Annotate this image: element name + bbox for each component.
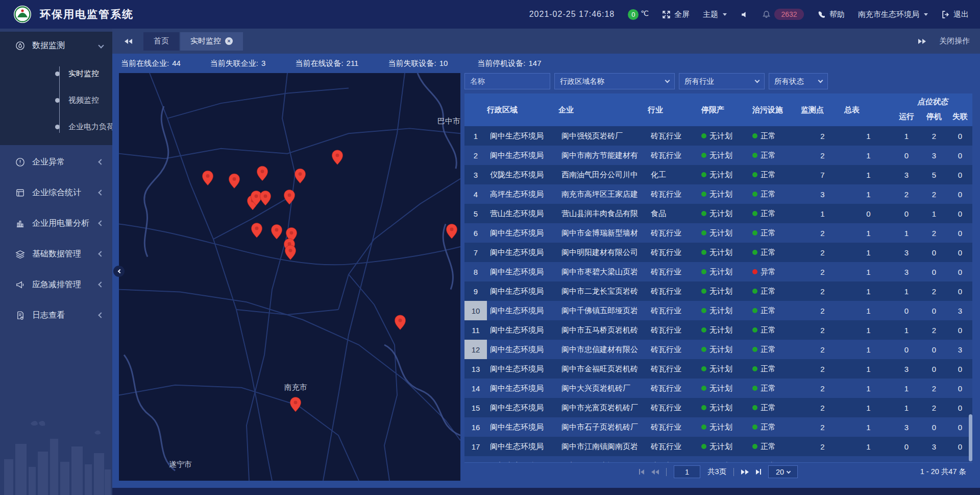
col-index	[464, 93, 487, 126]
chevron-icon	[98, 42, 104, 48]
region-select[interactable]: 行政区域名称	[554, 73, 675, 89]
divider	[733, 468, 734, 476]
tabs-scroll-right-button[interactable]	[918, 39, 926, 44]
map-city-label: 南充市	[284, 383, 307, 391]
row-number: 11	[464, 320, 487, 340]
help-button[interactable]: 帮助	[817, 10, 845, 19]
scrollbar-thumb[interactable]	[969, 414, 972, 461]
status-dot-icon	[701, 230, 706, 235]
first-page-button[interactable]	[639, 469, 644, 475]
table-row[interactable]: 14 阆中生态环境局 阆中大兴页岩机砖厂 砖瓦行业 无计划 正常 2 1 1 2…	[464, 379, 972, 398]
tab[interactable]: 实时监控 ×	[180, 32, 243, 51]
table-row[interactable]: 18 南部生态环境局 南部县砚化水泥有限公 建材加工 无计划 正常 5 0 0 …	[464, 456, 972, 462]
table-row[interactable]: 17 阆中生态环境局 阆中市江南镇阆南页岩 砖瓦行业 无计划 正常 2 1 0 …	[464, 437, 972, 456]
next-page-button[interactable]	[741, 469, 749, 475]
table-row[interactable]: 3 仪陇生态环境局 西南油气田分公司川中 化工 无计划 正常 7 1 3 5 0	[464, 165, 972, 184]
logout-button[interactable]: 退出	[941, 10, 969, 19]
table-row[interactable]: 16 阆中生态环境局 阆中市石子页岩机砖厂 砖瓦行业 无计划 正常 2 1 3 …	[464, 417, 972, 437]
tab-close-icon[interactable]: ×	[225, 37, 233, 45]
tab[interactable]: 首页	[143, 32, 179, 51]
table-row[interactable]: 10 阆中生态环境局 阆中千佛镇五郎垭页岩 砖瓦行业 无计划 正常 2 1 0 …	[464, 301, 972, 320]
sidebar-subitem[interactable]: 实时监控	[0, 60, 112, 87]
sidebar-item[interactable]: 日志查看	[0, 301, 112, 329]
page-number-input[interactable]	[674, 465, 700, 478]
status-dot-icon	[701, 172, 706, 177]
sidebar-item-icon	[15, 280, 25, 290]
table-row[interactable]: 9 阆中生态环境局 阆中市二龙长宝页岩砖 砖瓦行业 无计划 正常 2 1 1 2…	[464, 281, 972, 301]
chevron-down-icon	[665, 78, 670, 83]
table-row[interactable]: 1 阆中生态环境局 阆中强锐页岩砖厂 砖瓦行业 无计划 正常 2 1 1 2 0	[464, 126, 972, 146]
filter-bar: 行政区域名称 所有行业 所有状态	[464, 73, 972, 89]
next-page-icon	[741, 469, 745, 475]
table-row[interactable]: 12 阆中生态环境局 阆中市忠信建材有限公 砖瓦行业 无计划 正常 2 1 0 …	[464, 340, 972, 359]
chevron-down-icon	[787, 469, 791, 473]
map-canvas[interactable]: 巴中市南充市遂宁市	[119, 73, 460, 481]
sidebar-subitem[interactable]: 企业电力负荷明细	[0, 113, 112, 140]
table-row[interactable]: 15 阆中生态环境局 阆中市光富页岩机砖厂 砖瓦行业 无计划 正常 2 1 1 …	[464, 398, 972, 417]
sidebar-subitem[interactable]: 视频监控	[0, 87, 112, 113]
industry-select[interactable]: 所有行业	[679, 73, 765, 89]
chevron-left-icon	[117, 269, 121, 273]
city-skyline-decoration	[0, 413, 112, 495]
stat-item: 当前停机设备:147	[477, 59, 541, 68]
tabs-scroll-left-button[interactable]	[125, 39, 132, 44]
facility-status: 正常	[752, 243, 801, 262]
logout-icon	[941, 10, 950, 19]
sidebar-item-icon	[15, 311, 25, 320]
halt-status: 无计划	[701, 301, 752, 320]
status-dot-icon	[701, 289, 706, 294]
sidebar-item-icon	[15, 188, 25, 198]
speaker-button[interactable]	[740, 10, 749, 19]
sidebar-item[interactable]: 企业综合统计	[0, 179, 112, 206]
map-collapse-button[interactable]	[113, 266, 125, 277]
map-panel[interactable]: 巴中市南充市遂宁市	[119, 73, 460, 481]
notifications[interactable]: 2632	[762, 9, 804, 20]
sidebar-item-icon	[15, 219, 25, 228]
sidebar-item[interactable]: 企业用电量分析	[0, 209, 112, 237]
chevron-down-icon	[755, 78, 760, 83]
prev-page-button[interactable]	[651, 469, 659, 475]
sidebar-item[interactable]: 应急减排管理	[0, 271, 112, 298]
stat-item: 当前失联设备:10	[388, 59, 448, 68]
table-header: 行政区域 企业 行业 停限产 治污设施 监测点 总表 点位状态 运行 停机 失联	[464, 93, 972, 126]
status-dot-icon	[701, 386, 706, 391]
status-dot-icon	[701, 405, 706, 410]
col-run: 运行	[893, 107, 920, 126]
facility-status: 正常	[752, 204, 801, 223]
col-stop: 停机	[920, 107, 948, 126]
facility-status: 正常	[752, 223, 801, 243]
sidebar-item-icon	[15, 41, 25, 51]
halt-status: 无计划	[701, 243, 752, 262]
total-pages-label: 共3页	[707, 467, 726, 477]
status-select[interactable]: 所有状态	[769, 73, 828, 89]
temperature-badge: 0	[628, 9, 639, 20]
fullscreen-button[interactable]: 全屏	[662, 10, 690, 19]
table-row[interactable]: 8 阆中生态环境局 阆中市枣碧大梁山页岩 砖瓦行业 无计划 异常 2 1 3 0…	[464, 262, 972, 281]
table-row[interactable]: 11 阆中生态环境局 阆中市五马桥页岩机砖 砖瓦行业 无计划 正常 2 1 1 …	[464, 320, 972, 340]
sidebar-item-icon	[15, 249, 25, 259]
sidebar-item[interactable]: 数据监测	[0, 32, 112, 59]
table-row[interactable]: 7 阆中生态环境局 阆中明阳建材有限公司 砖瓦行业 无计划 正常 2 1 3 0…	[464, 243, 972, 262]
first-page-icon	[641, 469, 644, 475]
org-dropdown[interactable]: 南充市生态环境局	[858, 10, 928, 19]
name-search-input[interactable]	[464, 73, 550, 89]
sidebar-item[interactable]: 基础数据管理	[0, 240, 112, 268]
col-company: 企业	[558, 93, 648, 126]
sidebar-item[interactable]: 企业异常	[0, 148, 112, 176]
row-number: 16	[464, 417, 487, 437]
last-page-button[interactable]	[756, 469, 761, 475]
table-row[interactable]: 4 高坪生态环境局 南充市高坪区王家店建 砖瓦行业 无计划 正常 3 1 2 2…	[464, 184, 972, 204]
close-operations-button[interactable]: 关闭操作	[939, 36, 970, 46]
table-row[interactable]: 2 阆中生态环境局 阆中市南方节能建材有 砖瓦行业 无计划 正常 2 1 0 3…	[464, 146, 972, 165]
table-row[interactable]: 13 阆中生态环境局 阆中市金福旺页岩机砖 砖瓦行业 无计划 正常 2 1 3 …	[464, 359, 972, 379]
page-size-select[interactable]: 20	[768, 465, 798, 478]
theme-dropdown[interactable]: 主题	[703, 10, 727, 19]
row-number: 2	[464, 146, 487, 165]
halt-status: 无计划	[701, 126, 752, 146]
table-row[interactable]: 6 阆中生态环境局 阆中市金博瑞新型墙材 砖瓦行业 无计划 正常 2 1 1 2…	[464, 223, 972, 243]
top-header: 环保用电监管系统 2021-02-25 17:46:18 0 ℃ 全屏 主题 2…	[0, 0, 980, 29]
status-dot-icon	[701, 444, 706, 449]
status-dot-icon	[752, 230, 757, 235]
halt-status: 无计划	[701, 437, 752, 456]
table-row[interactable]: 5 营山生态环境局 营山县润丰肉食品有限 食品 无计划 正常 1 0 0 1 0	[464, 204, 972, 223]
